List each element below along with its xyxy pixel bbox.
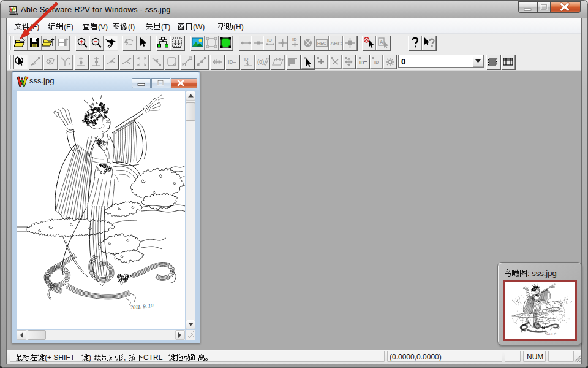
svg-text:REC: REC [317,40,327,46]
svg-text:(W): (W) [193,23,205,31]
svg-text:): ) [89,353,91,362]
svg-text:A: A [380,39,384,45]
svg-text:2011. 9. 10: 2011. 9. 10 [130,302,154,310]
svg-text:: sss.jpg: : sss.jpg [527,269,557,278]
svg-text:ID=: ID= [359,59,368,66]
svg-text:ABC: ABC [330,40,342,47]
svg-text:(I): (I) [128,23,135,31]
svg-text:,: , [124,353,126,362]
svg-text:(0): (0) [257,59,264,65]
svg-text:ID: ID [267,37,272,43]
svg-text:ID: ID [244,56,249,62]
svg-text:(V): (V) [98,23,108,31]
svg-text:(+ SHIFT: (+ SHIFT [45,353,75,362]
svg-text:(H): (H) [233,23,244,31]
svg-text:ID: ID [292,37,297,42]
svg-text:ID: ID [374,59,379,65]
svg-text:CTRL: CTRL [143,353,163,362]
svg-text:ID=: ID= [228,59,236,65]
svg-text:(T): (T) [161,23,170,31]
svg-text:2011. 9. 10: 2011. 9. 10 [546,332,557,335]
